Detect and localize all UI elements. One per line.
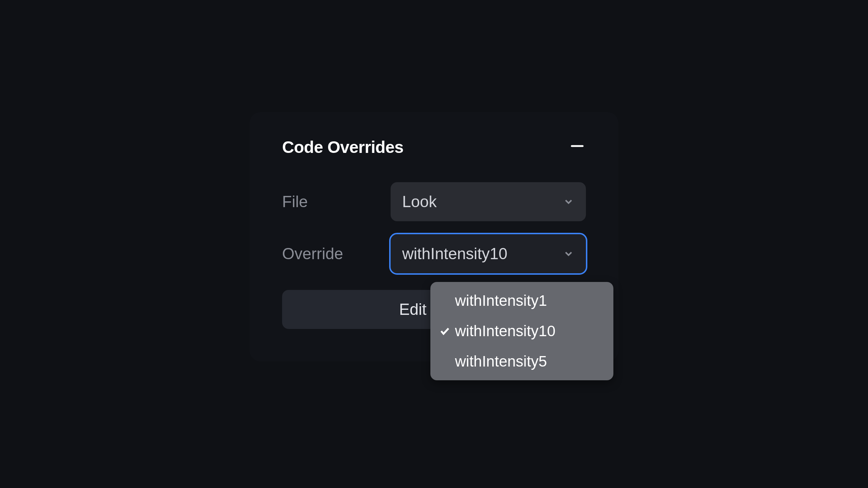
dropdown-option[interactable]: withIntensity1 bbox=[430, 286, 613, 316]
override-label: Override bbox=[282, 245, 391, 263]
dropdown-option-label: withIntensity1 bbox=[455, 292, 547, 309]
file-select-value: Look bbox=[402, 193, 437, 211]
file-label: File bbox=[282, 193, 391, 211]
collapse-icon[interactable] bbox=[569, 138, 586, 156]
panel-title: Code Overrides bbox=[282, 137, 404, 157]
file-row: File Look bbox=[282, 182, 586, 221]
chevron-down-icon bbox=[563, 196, 574, 207]
dropdown-option[interactable]: withIntensity10 bbox=[430, 316, 613, 346]
override-row: Override withIntensity10 bbox=[282, 234, 586, 273]
chevron-down-icon bbox=[563, 248, 574, 260]
override-dropdown: withIntensity1 withIntensity10 withInten… bbox=[430, 282, 613, 380]
check-icon bbox=[438, 326, 452, 337]
file-select[interactable]: Look bbox=[391, 182, 586, 221]
override-select-value: withIntensity10 bbox=[402, 245, 507, 263]
panel-header: Code Overrides bbox=[282, 137, 586, 157]
override-select[interactable]: withIntensity10 bbox=[391, 234, 586, 273]
dropdown-option-label: withIntensity10 bbox=[455, 322, 556, 340]
dropdown-option-label: withIntensity5 bbox=[455, 353, 547, 370]
dropdown-option[interactable]: withIntensity5 bbox=[430, 346, 613, 377]
